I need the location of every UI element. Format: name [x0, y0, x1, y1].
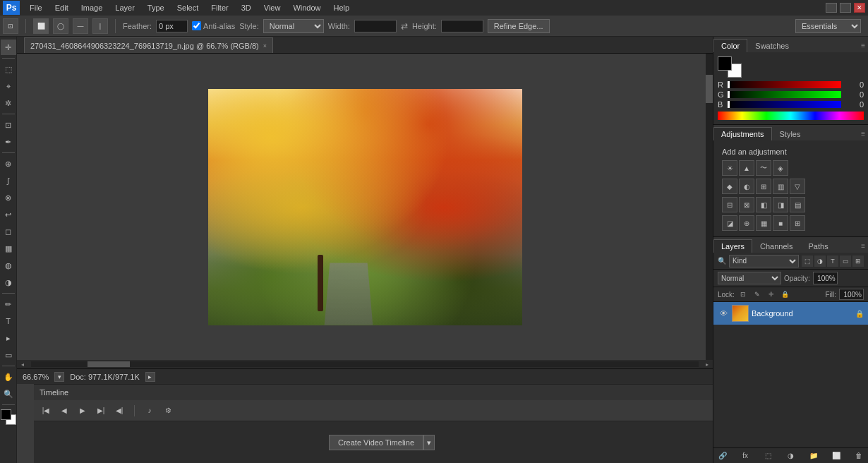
- marquee-tool-options[interactable]: ⊡: [3, 18, 18, 34]
- text-tool[interactable]: T: [1, 313, 16, 329]
- refine-edge-button[interactable]: Refine Edge...: [488, 19, 550, 33]
- path-select-tool[interactable]: ▸: [1, 330, 16, 346]
- lasso-tool[interactable]: ⌖: [1, 78, 16, 94]
- shape-layer-icon[interactable]: ▭: [840, 255, 851, 267]
- levels-icon[interactable]: ▲: [739, 160, 754, 176]
- width-input[interactable]: [354, 20, 397, 32]
- vibrance-icon[interactable]: ◆: [722, 179, 737, 194]
- color-spectrum[interactable]: [718, 112, 864, 120]
- move-tool[interactable]: ✛: [1, 40, 16, 55]
- smart-object-icon[interactable]: ⊞: [852, 255, 864, 267]
- vertical-scrollbar[interactable]: [706, 54, 713, 360]
- history-brush-tool[interactable]: ↩: [1, 207, 16, 222]
- ellipse-marquee-btn[interactable]: ◯: [53, 18, 68, 34]
- layer-visibility-eye[interactable]: 👁: [718, 308, 729, 319]
- hue-saturation-icon[interactable]: ◐: [739, 179, 754, 194]
- layers-tab[interactable]: Layers: [713, 239, 752, 253]
- gradient-map-icon[interactable]: ▤: [790, 197, 805, 212]
- hand-tool[interactable]: ✋: [1, 369, 16, 385]
- document-tab[interactable]: 270431_4608644906323224_769613719_n.jpg …: [24, 37, 273, 53]
- menu-window[interactable]: Window: [287, 2, 326, 13]
- pattern-icon[interactable]: ⊞: [790, 215, 805, 231]
- color-tab[interactable]: Color: [713, 39, 747, 52]
- fx-icon[interactable]: fx: [739, 450, 752, 462]
- layers-panel-menu[interactable]: ≡: [858, 239, 868, 253]
- exposure-icon[interactable]: ◈: [773, 160, 788, 176]
- layers-kind-select[interactable]: Kind: [729, 255, 799, 267]
- menu-layer[interactable]: Layer: [109, 2, 140, 13]
- height-input[interactable]: [441, 20, 483, 32]
- scroll-left-btn[interactable]: ◂: [17, 360, 28, 368]
- new-adjustment-icon[interactable]: ◑: [784, 450, 797, 462]
- channel-mixer-icon[interactable]: ⊟: [722, 197, 737, 212]
- gradient-tool[interactable]: ▦: [1, 241, 16, 256]
- gradient-fill-icon[interactable]: ▦: [756, 215, 771, 231]
- eraser-tool[interactable]: ◻: [1, 224, 16, 239]
- menu-3d[interactable]: 3D: [236, 2, 257, 13]
- timeline-next-frame[interactable]: ▶|: [95, 404, 107, 417]
- color-lookup-icon[interactable]: ⊠: [739, 197, 754, 212]
- swap-dimensions-icon[interactable]: ⇄: [401, 21, 408, 31]
- scroll-thumb[interactable]: [88, 361, 130, 367]
- timeline-play[interactable]: ▶: [76, 404, 89, 417]
- quick-select-tool[interactable]: ✲: [1, 95, 16, 111]
- doc-info-btn[interactable]: ▸: [145, 372, 155, 382]
- fg-bg-swatch[interactable]: [718, 56, 742, 78]
- opacity-input[interactable]: [813, 272, 838, 284]
- menu-image[interactable]: Image: [76, 2, 109, 13]
- threshold-icon[interactable]: ◨: [773, 197, 788, 212]
- adjustment-layer-icon[interactable]: ◑: [814, 255, 826, 267]
- healing-brush-tool[interactable]: ⊕: [1, 156, 16, 172]
- marquee-tool[interactable]: ⬚: [1, 61, 16, 77]
- posterize-icon[interactable]: ◧: [756, 197, 771, 212]
- create-video-timeline-button[interactable]: Create Video Timeline: [329, 435, 423, 450]
- new-group-icon[interactable]: 📁: [807, 450, 820, 462]
- blue-slider[interactable]: [728, 101, 841, 108]
- timeline-prev-frame[interactable]: ◀: [58, 404, 71, 417]
- blend-mode-select[interactable]: Normal Multiply Screen: [718, 272, 781, 284]
- close-button[interactable]: ✕: [854, 3, 865, 13]
- horizontal-scrollbar[interactable]: ◂ ▸: [17, 360, 713, 368]
- adj-panel-menu[interactable]: ≡: [858, 127, 868, 140]
- timeline-settings[interactable]: ⚙: [162, 404, 174, 417]
- document-close-icon[interactable]: ×: [263, 42, 267, 49]
- lock-transparent-icon[interactable]: ⊡: [737, 289, 749, 300]
- swatches-tab[interactable]: Swatches: [747, 39, 797, 52]
- timeline-first-frame[interactable]: |◀: [40, 404, 52, 417]
- menu-file[interactable]: File: [24, 2, 48, 13]
- add-mask-icon[interactable]: ⬚: [761, 450, 774, 462]
- maximize-button[interactable]: [840, 3, 851, 13]
- shape-tool[interactable]: ▭: [1, 347, 16, 363]
- zoom-tool[interactable]: 🔍: [1, 386, 16, 402]
- brightness-contrast-icon[interactable]: ☀: [722, 160, 737, 176]
- menu-filter[interactable]: Filter: [205, 2, 234, 13]
- clone-stamp-tool[interactable]: ⊗: [1, 190, 16, 205]
- selective-color-icon[interactable]: ⊕: [739, 215, 754, 231]
- red-slider[interactable]: [728, 81, 841, 88]
- style-select[interactable]: Normal Fixed Ratio Fixed Size: [263, 19, 324, 33]
- vertical-scroll-thumb[interactable]: [706, 75, 713, 103]
- pixel-layer-icon[interactable]: ⬚: [802, 255, 813, 267]
- fill-input[interactable]: [839, 289, 864, 300]
- photo-filter-icon[interactable]: ▽: [790, 179, 805, 194]
- fg-bg-color-swatch[interactable]: [1, 409, 16, 425]
- timeline-audio[interactable]: ♪: [143, 404, 156, 417]
- solid-color-icon[interactable]: ■: [773, 215, 788, 231]
- minimize-button[interactable]: [826, 3, 837, 13]
- menu-select[interactable]: Select: [171, 2, 205, 13]
- green-slider[interactable]: [728, 91, 841, 98]
- lock-all-icon[interactable]: 🔒: [780, 289, 791, 300]
- curves-icon[interactable]: 〜: [756, 160, 771, 176]
- lock-position-icon[interactable]: ✛: [766, 289, 777, 300]
- channels-tab[interactable]: Channels: [752, 239, 800, 253]
- single-col-btn[interactable]: |: [92, 18, 108, 34]
- timeline-last-frame[interactable]: ◀|: [113, 404, 126, 417]
- delete-layer-icon[interactable]: 🗑: [852, 450, 865, 462]
- layer-item[interactable]: 👁 Background 🔒: [713, 302, 868, 325]
- single-row-btn[interactable]: ―: [73, 18, 88, 34]
- menu-view[interactable]: View: [258, 2, 287, 13]
- pen-tool[interactable]: ✏: [1, 296, 16, 312]
- color-panel-menu[interactable]: ≡: [858, 39, 868, 52]
- new-layer-icon[interactable]: ⬜: [830, 450, 843, 462]
- black-white-icon[interactable]: ▥: [773, 179, 788, 194]
